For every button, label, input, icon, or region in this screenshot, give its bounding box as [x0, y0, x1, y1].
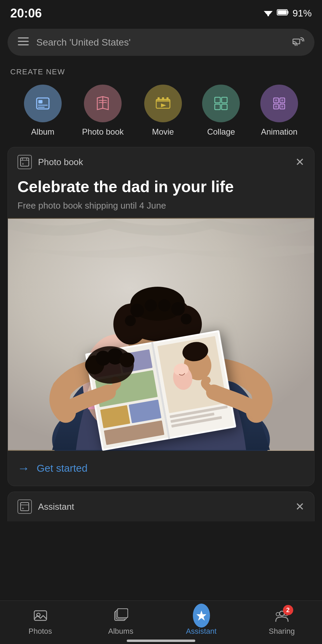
svg-rect-17 [158, 97, 160, 100]
assistant-btn [193, 604, 210, 628]
photobook-icon-circle [84, 85, 122, 122]
assistant-nav-label: Assistant [186, 627, 216, 636]
create-item-collage[interactable]: Collage [202, 85, 240, 137]
promo-close-button[interactable]: ✕ [295, 157, 305, 168]
svg-rect-31 [275, 106, 277, 108]
promo-header-left: + Photo book [17, 155, 83, 169]
albums-nav-label: Albums [108, 627, 133, 636]
partial-close-button[interactable]: ✕ [295, 501, 305, 512]
albums-nav-icon [112, 607, 129, 624]
status-icons: 91% [263, 8, 312, 19]
create-items: Album Photo book [10, 85, 312, 137]
svg-rect-8 [18, 44, 29, 46]
movie-icon-circle [144, 85, 182, 122]
promo-card: + Photo book ✕ Celebrate the dad in your… [8, 147, 314, 486]
svg-point-46 [131, 304, 144, 318]
promo-title: Celebrate the dad in your life [8, 175, 314, 200]
battery-icon [277, 9, 289, 18]
svg-text:+: + [22, 507, 24, 510]
sharing-nav-icon: 2 [273, 607, 290, 624]
animation-label: Animation [261, 127, 298, 137]
partial-card-left: + Assistant [17, 499, 74, 514]
wifi-icon [263, 8, 273, 18]
promo-subtitle: Free photo book shipping until 4 June [8, 200, 314, 218]
search-placeholder[interactable]: Search 'United States' [36, 37, 131, 48]
photobook-label: Photo book [82, 127, 124, 137]
nav-item-sharing[interactable]: 2 Sharing [255, 607, 309, 636]
partial-card-label: Assistant [38, 501, 74, 512]
hamburger-icon[interactable] [18, 37, 29, 48]
svg-rect-30 [281, 99, 283, 101]
svg-rect-11 [38, 100, 42, 103]
create-item-album[interactable]: Album [24, 85, 62, 137]
promo-type-label: Photo book [38, 157, 83, 168]
promo-type-icon: + [17, 155, 32, 169]
photos-nav-icon [32, 607, 49, 624]
battery-percentage: 91% [293, 8, 312, 19]
movie-label: Movie [152, 127, 174, 137]
svg-rect-7 [18, 41, 29, 42]
svg-rect-4 [287, 11, 288, 14]
collage-label: Collage [207, 127, 235, 137]
status-time: 20:06 [10, 6, 42, 21]
assistant-nav-icon [193, 607, 210, 624]
nav-item-photos[interactable]: Photos [13, 607, 68, 636]
get-started-text: Get started [37, 462, 87, 474]
svg-point-74 [120, 352, 135, 368]
svg-rect-21 [215, 97, 220, 103]
search-left: Search 'United States' [18, 37, 131, 48]
partial-card: + Assistant ✕ [8, 492, 314, 521]
svg-point-47 [145, 299, 157, 312]
svg-rect-18 [162, 97, 164, 100]
svg-rect-6 [18, 37, 29, 39]
search-bar[interactable]: Search 'United States' [8, 29, 314, 56]
partial-card-icon: + [17, 499, 32, 514]
promo-image [8, 218, 314, 451]
collage-icon-circle [202, 85, 240, 122]
create-item-animation[interactable]: Animation [260, 85, 298, 137]
svg-point-2 [267, 15, 269, 16]
svg-rect-78 [34, 611, 47, 620]
cast-icon[interactable] [293, 36, 304, 48]
svg-rect-24 [222, 104, 227, 110]
album-icon-circle [24, 85, 62, 122]
svg-point-50 [125, 315, 136, 326]
svg-rect-19 [166, 97, 169, 100]
create-new-label: CREATE NEW [10, 67, 312, 76]
svg-marker-20 [161, 103, 166, 107]
svg-rect-29 [275, 99, 277, 101]
svg-rect-23 [215, 104, 220, 110]
svg-text:+: + [22, 162, 24, 166]
nav-item-assistant[interactable]: Assistant [174, 607, 229, 636]
get-started-row[interactable]: → Get started [8, 451, 314, 486]
status-bar: 20:06 91% [0, 0, 322, 24]
svg-rect-5 [278, 10, 287, 14]
bottom-nav: Photos Albums Assistant [0, 600, 322, 644]
svg-point-85 [276, 612, 280, 616]
svg-point-49 [171, 302, 185, 316]
sharing-badge: 2 [283, 605, 293, 615]
create-item-photobook[interactable]: Photo book [82, 85, 124, 137]
create-item-movie[interactable]: Movie [144, 85, 182, 137]
sharing-nav-label: Sharing [269, 627, 295, 636]
create-new-section: CREATE NEW Album [0, 61, 322, 140]
promo-header: + Photo book ✕ [8, 147, 314, 175]
photos-nav-label: Photos [28, 627, 52, 636]
svg-rect-32 [281, 106, 283, 108]
get-started-arrow-icon: → [17, 461, 30, 475]
nav-item-albums[interactable]: Albums [94, 607, 148, 636]
svg-rect-22 [222, 97, 227, 103]
album-label: Album [31, 127, 54, 137]
home-indicator [127, 640, 195, 642]
svg-rect-82 [117, 609, 128, 618]
svg-point-48 [158, 299, 171, 312]
animation-icon-circle [260, 85, 298, 122]
svg-point-51 [181, 314, 192, 325]
